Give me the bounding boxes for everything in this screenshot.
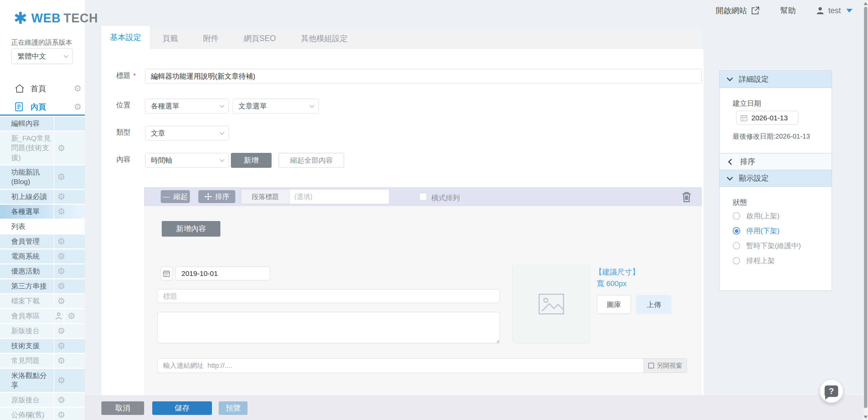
sort-section-header[interactable]: 排序 <box>719 153 832 170</box>
suggested-size-title: 【建議尺寸】 <box>595 267 639 277</box>
sidebar-item-third-party[interactable]: 第三方串接 ⚙ <box>0 279 85 293</box>
sidebar-item-new-backend[interactable]: 新版後台 ⚙ <box>0 324 85 338</box>
gear-icon[interactable]: ⚙ <box>74 102 81 111</box>
gear-icon[interactable]: ⚙ <box>57 326 65 335</box>
create-date-input[interactable]: 2026-01-13 <box>736 111 798 125</box>
calendar-button[interactable] <box>161 266 172 280</box>
gear-icon[interactable]: ⚙ <box>57 237 65 246</box>
gear-icon[interactable]: ⚙ <box>74 84 81 93</box>
radio-icon <box>733 257 740 264</box>
brand-name-web: WEB <box>31 11 61 25</box>
detail-panel: 詳細設定 建立日期 2026-01-13 最後修改日期:2026-01-13 排… <box>719 71 832 291</box>
tab-seo[interactable]: 網頁SEO <box>231 28 289 49</box>
preview-button[interactable]: 預覽 <box>219 401 248 415</box>
sort-block-button[interactable]: 排序 <box>198 190 235 203</box>
item-title-input[interactable] <box>157 289 500 303</box>
new-window-checkbox[interactable] <box>648 363 654 368</box>
add-button[interactable]: 新增 <box>231 153 272 168</box>
date-input[interactable] <box>176 266 270 280</box>
scrollbar-thumb[interactable] <box>864 7 867 408</box>
scroll-down-arrow-icon[interactable] <box>864 416 868 419</box>
status-option-maintenance[interactable]: 暫時下架(維護中) <box>733 241 801 251</box>
gear-icon[interactable]: ⚙ <box>57 267 65 276</box>
tab-bar: 基本設定 頁籤 附件 網頁SEO 其他模組設定 <box>101 26 704 49</box>
help-floating-button[interactable]: ? <box>820 380 843 403</box>
sidebar-item-home[interactable]: 首頁 ⚙ <box>0 81 85 96</box>
gear-icon[interactable]: ⚙ <box>57 192 65 201</box>
collapse-all-button[interactable]: 縮起全部內容 <box>279 153 344 168</box>
position-select-1[interactable]: 各種選單 <box>145 99 229 114</box>
gear-icon[interactable]: ⚙ <box>57 173 65 181</box>
language-caption: 正在維護的語系版本 <box>11 38 72 47</box>
title-input[interactable] <box>145 69 702 84</box>
type-select[interactable]: 文章 <box>145 126 229 141</box>
sidebar-item-faq[interactable]: 常見問題 ⚙ <box>0 354 85 368</box>
section-title-input[interactable] <box>290 189 389 204</box>
help-link[interactable]: 幫助 <box>780 5 796 16</box>
footer-bar: 取消 儲存 預覽 <box>85 395 863 420</box>
sidebar-item-faq-new[interactable]: 新_FAQ常見問題(技術支援) ⚙ <box>0 132 85 164</box>
link-url-input[interactable] <box>158 359 644 373</box>
sidebar-item-onboarding[interactable]: 初上線必讀 ⚙ <box>0 190 85 204</box>
horizontal-layout-checkbox[interactable] <box>419 193 427 200</box>
suggested-size-value: 寬 600px <box>597 279 627 289</box>
gear-icon[interactable]: ⚙ <box>57 252 65 261</box>
status-option-disabled-selected[interactable]: 停用(下架) <box>733 226 780 236</box>
sidebar-item-promotions[interactable]: 優惠活動 ⚙ <box>0 264 85 278</box>
image-icon <box>538 294 564 315</box>
tab-page-tabs[interactable]: 頁籤 <box>150 28 191 49</box>
gear-icon[interactable]: ⚙ <box>57 297 65 305</box>
required-asterisk: * <box>133 72 136 79</box>
open-site-link[interactable]: 開啟網站 <box>716 5 760 16</box>
position-select-2[interactable]: 文章選單 <box>233 99 319 114</box>
upload-button[interactable]: 上傳 <box>636 295 672 314</box>
gear-icon[interactable]: ⚙ <box>57 282 65 291</box>
gear-icon[interactable]: ⚙ <box>57 411 65 419</box>
sidebar-item-bulletin-old[interactable]: 公佈欄(舊) ⚙ <box>0 408 85 420</box>
content-type-select[interactable]: 時間軸 <box>145 153 229 168</box>
chevron-down-icon <box>64 53 68 58</box>
add-content-button[interactable]: 新增內容 <box>162 221 220 237</box>
minus-icon: — <box>163 193 170 201</box>
status-option-enabled[interactable]: 啟用(上架) <box>733 211 780 221</box>
user-menu[interactable]: test <box>816 6 852 15</box>
gear-icon[interactable]: ⚙ <box>57 341 65 350</box>
sidebar-item-tech-support[interactable]: 技術支援 ⚙ <box>0 339 85 353</box>
sidebar-item-member-zone[interactable]: 會員專區 ⚙ <box>0 309 85 323</box>
tab-attachments[interactable]: 附件 <box>191 28 231 49</box>
sidebar-item-inner-pages[interactable]: 內頁 ⚙ <box>0 99 85 115</box>
trash-icon[interactable] <box>682 191 692 203</box>
gallery-button[interactable]: 圖庫 <box>597 295 631 314</box>
gear-icon[interactable]: ⚙ <box>57 356 65 365</box>
calendar-icon <box>741 115 747 121</box>
sidebar-item-ecommerce[interactable]: 電商系統 ⚙ <box>0 249 85 263</box>
gear-icon[interactable]: ⚙ <box>57 144 65 153</box>
gear-icon[interactable]: ⚙ <box>57 396 65 404</box>
gear-icon[interactable]: ⚙ <box>57 207 65 216</box>
scroll-up-arrow-icon[interactable] <box>864 2 868 5</box>
detail-settings-header[interactable]: 詳細設定 <box>719 71 832 87</box>
display-settings-body: 狀態 啟用(上架) 停用(下架) 暫時下架(維護中) 排程上架 <box>719 186 832 291</box>
display-settings-header[interactable]: 顯示設定 <box>719 170 832 186</box>
save-button[interactable]: 儲存 <box>152 401 212 415</box>
language-select[interactable]: 繁體中文 <box>11 48 73 64</box>
asterisk-logo-icon: ✱ <box>14 10 27 26</box>
sidebar-item-downloads[interactable]: 檔案下載 ⚙ <box>0 294 85 308</box>
vertical-scrollbar[interactable] <box>863 0 868 420</box>
gear-icon[interactable]: ⚙ <box>67 312 75 320</box>
gear-icon[interactable]: ⚙ <box>57 376 65 385</box>
tab-strip: 頁籤 附件 網頁SEO 其他模組設定 <box>150 28 704 49</box>
sidebar-item-list[interactable]: 列表 <box>0 220 85 234</box>
cancel-button[interactable]: 取消 <box>101 401 144 415</box>
status-option-scheduled[interactable]: 排程上架 <box>733 256 775 265</box>
collapse-block-button[interactable]: — 縮起 <box>161 190 190 203</box>
item-text-area[interactable] <box>157 312 500 343</box>
sidebar-item-blog[interactable]: 功能新訊(Blog) ⚙ <box>0 165 85 189</box>
sidebar-item-menus-selected[interactable]: 各種選單 ⚙ <box>0 205 85 219</box>
sidebar-item-members[interactable]: 會員管理 ⚙ <box>0 235 85 248</box>
sidebar-item-edit-content[interactable]: 編輯內容 <box>0 117 85 131</box>
sidebar-item-viewpoints[interactable]: 米洛觀點分享 ⚙ <box>0 369 85 392</box>
tab-other-modules[interactable]: 其他模組設定 <box>289 28 360 49</box>
tab-basic-settings[interactable]: 基本設定 <box>101 26 150 49</box>
sidebar-item-old-backend[interactable]: 原版後台 ⚙ <box>0 393 85 407</box>
